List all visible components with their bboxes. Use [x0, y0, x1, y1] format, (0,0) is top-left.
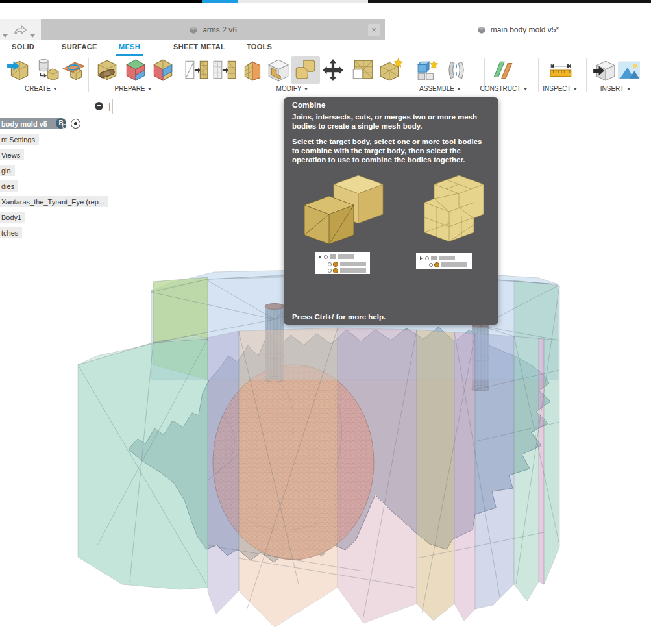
remesh-icon[interactable] — [184, 58, 209, 82]
browser-item-label: dies — [1, 182, 14, 190]
tooltip-description-1: Joins, intersects, cuts, or merges two o… — [292, 113, 488, 131]
face-groups-icon[interactable] — [123, 58, 148, 82]
mesh-toolbar: CREATE PREPARE — [0, 56, 651, 98]
construct-group-dropdown[interactable]: CONSTRUCT — [480, 85, 528, 92]
mold-salmon-column[interactable] — [239, 328, 338, 627]
prepare-group-label: PREPARE — [114, 85, 145, 92]
dropdown-caret-icon — [626, 88, 630, 90]
document-activate-radio-icon[interactable] — [71, 119, 80, 129]
move-icon[interactable] — [321, 58, 345, 82]
browser-item-origin[interactable]: gin — [0, 165, 15, 176]
toolbar-separator — [411, 58, 411, 92]
browser-item-body1[interactable]: Body1 — [0, 212, 25, 223]
tab-mesh[interactable]: MESH — [116, 43, 143, 56]
mold-teal-block-left[interactable] — [78, 339, 208, 589]
before-browser-thumbnail — [315, 252, 370, 274]
mold-rose-column[interactable] — [338, 328, 417, 623]
browser-item-label: body mold v5 — [1, 120, 47, 128]
tab-sheet-metal[interactable]: SHEET METAL — [171, 43, 228, 54]
collapse-all-icon[interactable]: − — [95, 102, 103, 110]
construct-plane-icon[interactable] — [491, 58, 516, 82]
combine-icon[interactable] — [293, 58, 318, 82]
construct-group-label: CONSTRUCT — [480, 85, 521, 92]
browser-item-body-mold[interactable]: body mold v5 — [0, 118, 60, 129]
assemble-group-dropdown[interactable]: ASSEMBLE — [419, 85, 461, 92]
tooltip-help-footer: Press Ctrl+/ for more help. — [292, 313, 386, 321]
browser-item-named-views[interactable]: Views — [0, 149, 24, 160]
redo-icon[interactable] — [13, 23, 27, 36]
canvas-icon[interactable] — [617, 58, 641, 82]
ribbon-tab-bar: SOLID SURFACE MESH SHEET METAL TOOLS — [0, 40, 651, 56]
create-group-dropdown[interactable]: CREATE — [25, 85, 57, 92]
inspect-group-dropdown[interactable]: INSPECT — [543, 85, 577, 92]
document-tab-bar: arms 2 v6 × main body mold v5* — [0, 19, 651, 40]
active-document-badge[interactable]: B — [56, 118, 66, 129]
toolbar-separator — [586, 58, 587, 92]
document-tab-main-body-mold[interactable]: main body mold v5* — [385, 19, 651, 40]
create-mesh-icon[interactable] — [378, 58, 403, 82]
document-cube-icon — [189, 26, 199, 34]
modify-group-dropdown[interactable]: MODIFY — [276, 85, 308, 92]
convert-mesh-icon[interactable] — [35, 58, 60, 82]
combine-illustration — [289, 170, 493, 308]
insert-derive-icon[interactable] — [592, 58, 614, 82]
create-group-label: CREATE — [25, 85, 51, 92]
browser-chrome-strip — [0, 0, 651, 3]
paint-mesh-icon[interactable] — [151, 58, 175, 82]
strip-black-right — [368, 0, 651, 3]
measure-icon[interactable] — [548, 58, 573, 82]
mold-purple-column[interactable] — [208, 331, 239, 614]
mold-green-box[interactable] — [153, 277, 208, 341]
inspect-group-label: INSPECT — [543, 85, 571, 92]
document-tab-arms[interactable]: arms 2 v6 × — [41, 19, 385, 40]
joint-icon[interactable] — [444, 58, 465, 82]
close-tab-icon[interactable]: × — [368, 24, 380, 36]
tab-surface[interactable]: SURFACE — [59, 43, 100, 54]
assemble-group-label: ASSEMBLE — [419, 85, 454, 92]
shell-mesh-icon[interactable] — [266, 58, 291, 82]
dropdown-caret-icon — [457, 88, 461, 90]
prepare-group-dropdown[interactable]: PREPARE — [114, 85, 151, 92]
repair-mesh-icon[interactable] — [95, 58, 119, 82]
after-combine-mesh — [424, 175, 484, 242]
redo-dropdown-caret-icon[interactable] — [30, 29, 35, 40]
new-component-icon[interactable] — [416, 58, 441, 82]
dropdown-caret-icon — [53, 88, 57, 90]
strip-blue — [202, 0, 238, 3]
browser-item-label: Xantaras_the_Tyrant_Eye (rep... — [1, 198, 104, 206]
tab-solid[interactable]: SOLID — [9, 43, 37, 54]
document-cube-icon — [477, 26, 487, 34]
browser-item-document-settings[interactable]: nt Settings — [0, 134, 39, 145]
before-combine-cubes — [304, 175, 383, 244]
mesh-section-icon[interactable] — [61, 58, 86, 82]
modify-group-label: MODIFY — [276, 85, 302, 92]
after-browser-thumbnail — [416, 253, 472, 269]
browser-item-label: Views — [1, 151, 20, 159]
mold-teal-column-inner[interactable] — [514, 336, 539, 601]
erase-mesh-faces-icon[interactable] — [350, 58, 375, 82]
browser-item-label: gin — [1, 167, 11, 175]
insert-group-label: INSERT — [600, 85, 624, 92]
undo-dropdown-caret-icon[interactable] — [3, 29, 8, 40]
document-tab-label: arms 2 v6 — [203, 25, 237, 34]
document-tab-label: main body mold v5* — [491, 25, 559, 34]
plane-cut-icon[interactable] — [241, 58, 262, 82]
mold-violet-column[interactable] — [454, 332, 475, 621]
dropdown-caret-icon — [304, 88, 308, 90]
tooltip-description-2: Select the target body, select one or mo… — [292, 138, 488, 164]
toolbar-separator — [180, 58, 180, 92]
mold-tan-column[interactable] — [417, 330, 454, 621]
toolbar-separator — [538, 58, 539, 92]
browser-item-sketches[interactable]: tches — [0, 227, 22, 238]
browser-search-bar[interactable]: − | — [0, 99, 113, 114]
browser-item-label: tches — [1, 229, 18, 237]
browser-item-label: Body1 — [1, 214, 21, 221]
tab-tools[interactable]: TOOLS — [244, 43, 275, 54]
browser-item-bodies[interactable]: dies — [0, 180, 18, 192]
reduce-icon[interactable] — [212, 58, 237, 82]
insert-group-dropdown[interactable]: INSERT — [600, 85, 631, 92]
strip-black-left — [0, 0, 202, 3]
strip-gray — [238, 0, 368, 3]
insert-mesh-icon[interactable] — [6, 58, 31, 82]
browser-item-xantaras-mesh[interactable]: Xantaras_the_Tyrant_Eye (rep... — [0, 196, 108, 207]
